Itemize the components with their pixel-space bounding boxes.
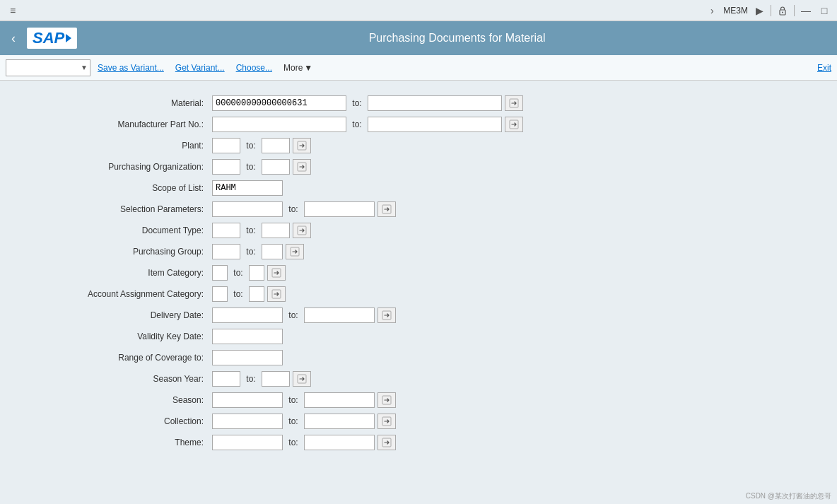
select-btn-material[interactable] bbox=[505, 95, 523, 111]
to-label-item-category: to: bbox=[228, 268, 249, 278]
select-btn-delivery-date[interactable] bbox=[377, 307, 396, 323]
label-plant: Plant: bbox=[28, 141, 212, 151]
to-input-selection-parameters[interactable] bbox=[304, 201, 375, 217]
save-variant-button[interactable]: Save as Variant... bbox=[93, 61, 168, 74]
get-variant-button[interactable]: Get Variant... bbox=[171, 61, 229, 74]
input-season[interactable] bbox=[212, 392, 283, 408]
form-row-range-of-coverage-to: Range of Coverage to: bbox=[28, 349, 809, 366]
form-row-season-year: Season Year:to: bbox=[28, 370, 809, 387]
form-row-purchasing-group: Purchasing Group:to: bbox=[28, 243, 809, 260]
form-row-selection-parameters: Selection Parameters:to: bbox=[28, 201, 809, 218]
form-row-purchasing-organization: Purchasing Organization:to: bbox=[28, 158, 809, 175]
minimize-icon[interactable]: — bbox=[799, 4, 813, 18]
more-button[interactable]: More ▼ bbox=[279, 61, 317, 74]
label-purchasing-organization: Purchasing Organization: bbox=[28, 162, 212, 172]
app-name: ME3M bbox=[723, 6, 748, 16]
label-season: Season: bbox=[28, 395, 212, 405]
form-row-account-assignment-category: Account Assignment Category:to: bbox=[28, 286, 809, 303]
to-input-manufacturer-part-no[interactable] bbox=[368, 117, 502, 132]
form-row-document-type: Document Type:to: bbox=[28, 222, 809, 239]
input-season-year[interactable] bbox=[212, 371, 240, 387]
label-document-type: Document Type: bbox=[28, 225, 212, 235]
header-title: Purchasing Documents for Material bbox=[86, 32, 829, 45]
select-btn-account-assignment-category[interactable] bbox=[267, 286, 286, 302]
to-label-manufacturer-part-no: to: bbox=[346, 119, 368, 129]
to-input-plant[interactable] bbox=[262, 138, 290, 153]
to-input-document-type[interactable] bbox=[262, 223, 290, 238]
sap-logo-triangle bbox=[66, 34, 71, 42]
input-plant[interactable] bbox=[212, 138, 240, 153]
input-material[interactable] bbox=[212, 95, 346, 111]
to-input-theme[interactable] bbox=[304, 435, 375, 450]
input-selection-parameters[interactable] bbox=[212, 201, 283, 217]
lock-icon[interactable] bbox=[775, 4, 790, 18]
select-btn-season[interactable] bbox=[377, 392, 396, 408]
to-label-season: to: bbox=[283, 395, 304, 405]
to-input-collection[interactable] bbox=[304, 414, 375, 429]
form-row-manufacturer-part-no: Manufacturer Part No.:to: bbox=[28, 116, 809, 133]
to-input-delivery-date[interactable] bbox=[304, 307, 375, 323]
label-theme: Theme: bbox=[28, 438, 212, 447]
variant-dropdown[interactable] bbox=[6, 59, 90, 76]
label-material: Material: bbox=[28, 98, 212, 108]
input-account-assignment-category[interactable] bbox=[212, 286, 228, 302]
to-input-purchasing-organization[interactable] bbox=[262, 159, 290, 175]
variant-dropdown-wrap[interactable]: ▼ bbox=[6, 59, 90, 76]
select-btn-plant[interactable] bbox=[293, 138, 311, 153]
input-collection[interactable] bbox=[212, 414, 283, 429]
top-bar: ≡ › ME3M ▶ — □ bbox=[0, 0, 837, 21]
input-theme[interactable] bbox=[212, 435, 283, 450]
to-label-material: to: bbox=[346, 98, 368, 108]
play-icon[interactable]: ▶ bbox=[752, 4, 766, 18]
chevron-down-icon: ▼ bbox=[304, 63, 312, 73]
input-manufacturer-part-no[interactable] bbox=[212, 117, 346, 132]
select-btn-purchasing-group[interactable] bbox=[286, 244, 304, 259]
input-range-of-coverage-to[interactable] bbox=[212, 350, 283, 365]
to-input-purchasing-group[interactable] bbox=[262, 244, 283, 259]
label-manufacturer-part-no: Manufacturer Part No.: bbox=[28, 119, 212, 129]
input-item-category[interactable] bbox=[212, 265, 228, 281]
to-label-document-type: to: bbox=[240, 225, 262, 235]
to-label-purchasing-organization: to: bbox=[240, 162, 262, 172]
select-btn-manufacturer-part-no[interactable] bbox=[505, 117, 523, 132]
label-item-category: Item Category: bbox=[28, 268, 212, 278]
select-btn-season-year[interactable] bbox=[293, 371, 311, 387]
input-delivery-date[interactable] bbox=[212, 307, 283, 323]
form-row-item-category: Item Category:to: bbox=[28, 264, 809, 281]
to-input-season[interactable] bbox=[304, 392, 375, 408]
select-btn-item-category[interactable] bbox=[267, 265, 286, 281]
form-row-material: Material:to: bbox=[28, 95, 809, 112]
label-season-year: Season Year: bbox=[28, 374, 212, 384]
input-purchasing-organization[interactable] bbox=[212, 159, 240, 175]
select-btn-document-type[interactable] bbox=[293, 223, 311, 238]
sap-logo: SAP bbox=[27, 28, 77, 49]
to-input-season-year[interactable] bbox=[262, 371, 290, 387]
back-button[interactable]: ‹ bbox=[8, 28, 18, 49]
choose-button[interactable]: Choose... bbox=[232, 61, 276, 74]
footer-watermark: CSDN @某次打酱油的忽哥 bbox=[746, 491, 831, 501]
select-btn-selection-parameters[interactable] bbox=[377, 201, 396, 217]
to-input-item-category[interactable] bbox=[249, 265, 264, 281]
select-btn-purchasing-organization[interactable] bbox=[293, 159, 311, 175]
exit-button[interactable]: Exit bbox=[817, 63, 831, 73]
form-row-validity-key-date: Validity Key Date: bbox=[28, 328, 809, 345]
to-input-account-assignment-category[interactable] bbox=[249, 286, 264, 302]
input-purchasing-group[interactable] bbox=[212, 244, 240, 259]
forward-icon[interactable]: › bbox=[705, 4, 719, 18]
to-input-material[interactable] bbox=[368, 95, 502, 111]
main-content: Material:to:Manufacturer Part No.:to:Pla… bbox=[0, 81, 837, 469]
select-btn-theme[interactable] bbox=[377, 435, 396, 450]
select-btn-collection[interactable] bbox=[377, 414, 396, 429]
form-row-season: Season:to: bbox=[28, 392, 809, 409]
sap-logo-text: SAP bbox=[33, 30, 64, 46]
label-range-of-coverage-to: Range of Coverage to: bbox=[28, 353, 212, 363]
menu-icon[interactable]: ≡ bbox=[6, 4, 20, 18]
toolbar: ▼ Save as Variant... Get Variant... Choo… bbox=[0, 55, 837, 81]
input-scope-of-list[interactable] bbox=[212, 180, 283, 196]
maximize-icon[interactable]: □ bbox=[817, 4, 831, 18]
to-label-theme: to: bbox=[283, 438, 304, 447]
form-container: Material:to:Manufacturer Part No.:to:Pla… bbox=[28, 95, 809, 451]
label-validity-key-date: Validity Key Date: bbox=[28, 332, 212, 341]
input-validity-key-date[interactable] bbox=[212, 329, 283, 344]
input-document-type[interactable] bbox=[212, 223, 240, 238]
